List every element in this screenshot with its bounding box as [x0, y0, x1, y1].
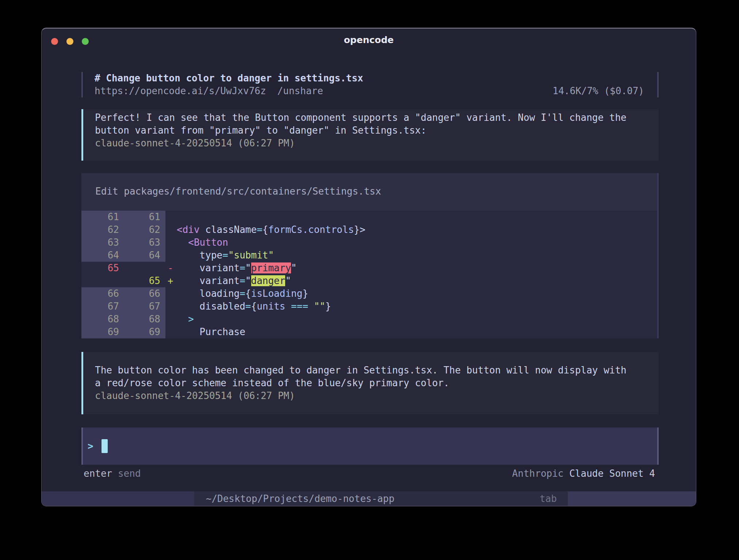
diff-line: 6666 loading={isLoading}: [81, 287, 657, 300]
titlebar: opencode: [42, 28, 696, 52]
message-text: a red/rose color scheme instead of the b…: [95, 377, 659, 390]
diff-line: 6262<div className={formCs.controls}>: [81, 223, 657, 236]
opencode-window: opencode # Change button color to danger…: [41, 28, 696, 506]
prompt-symbol: >: [88, 440, 93, 453]
diff-line: 6868 >: [81, 313, 657, 326]
working-directory: ~/Desktop/Projects/demo-notes-app: [206, 492, 395, 505]
window-title: opencode: [42, 28, 696, 52]
send-action-hint: send: [118, 467, 141, 480]
diff-line: 6161: [81, 211, 657, 223]
token-usage-stats: 14.6K/7% ($0.07): [553, 85, 644, 97]
main-content: # Change button color to danger in setti…: [42, 72, 696, 480]
diff-line: 6969 Purchase: [81, 326, 657, 338]
traffic-lights: [51, 38, 89, 45]
session-header: # Change button color to danger in setti…: [81, 72, 659, 97]
assistant-message-1: Perfect! I can see that the Button compo…: [81, 109, 659, 161]
session-title: # Change button color to danger in setti…: [95, 72, 644, 85]
maximize-button[interactable]: [82, 38, 89, 45]
diff-line: 6363 <Button: [81, 236, 657, 249]
assistant-message-2: The button color has been changed to dan…: [81, 352, 659, 414]
session-meta-row: https://opencode.ai/s/UwJxv76z /unshare …: [95, 85, 644, 97]
minimize-button[interactable]: [66, 38, 73, 45]
diff-view: 61616262<div className={formCs.controls}…: [81, 211, 657, 338]
text-cursor: [102, 439, 108, 453]
share-url[interactable]: https://opencode.ai/s/UwJxv76z: [95, 85, 266, 97]
tab-key-hint: tab: [540, 492, 557, 505]
diff-line: 65- variant="primary": [81, 262, 657, 275]
message-model-meta: claude-sonnet-4-20250514 (06:27 PM): [95, 137, 659, 150]
diff-line: 65+ variant="danger": [81, 275, 657, 287]
mode-chip: BUILDMODE: [568, 491, 696, 506]
app-version-chip: opencodev0.3.11: [42, 491, 194, 506]
message-text: Perfect! I can see that the Button compo…: [95, 111, 659, 124]
unshare-command: /unshare: [277, 85, 323, 97]
prompt-input[interactable]: >: [81, 427, 659, 465]
message-model-meta: claude-sonnet-4-20250514 (06:27 PM): [95, 390, 659, 402]
diff-line: 6464 type="submit": [81, 249, 657, 262]
hints-row: enter send Anthropic Claude Sonnet 4: [81, 467, 659, 480]
desktop: opencode # Change button color to danger…: [0, 0, 739, 560]
message-text: The button color has been changed to dan…: [95, 364, 659, 377]
status-bar-right: tab BUILDMODE: [540, 491, 696, 506]
message-text: button variant from "primary" to "danger…: [95, 124, 659, 137]
edit-tool-header: Edit packages/frontend/src/containers/Se…: [81, 185, 657, 198]
model-label: Claude Sonnet 4: [569, 467, 655, 480]
close-button[interactable]: [51, 38, 58, 45]
status-bar: opencodev0.3.11 ~/Desktop/Projects/demo-…: [42, 491, 696, 506]
spacer: [141, 467, 512, 480]
diff-line: 6767 disabled={units === ""}: [81, 300, 657, 313]
edit-tool-call: Edit packages/frontend/src/containers/Se…: [81, 173, 659, 338]
provider-label: Anthropic: [512, 467, 564, 480]
enter-key-hint: enter: [84, 467, 112, 480]
